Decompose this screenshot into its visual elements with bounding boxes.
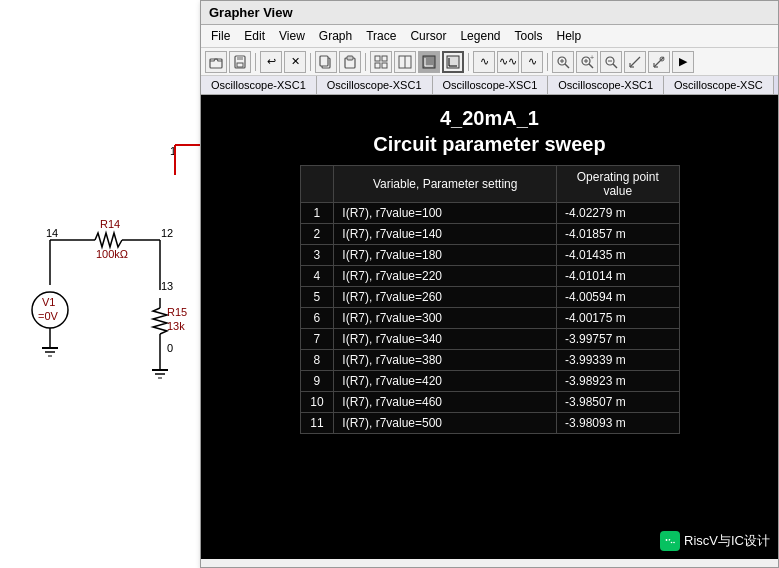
circuit-area: 1 14 R14 100kΩ 12 13 R15 13k 0 [0, 0, 205, 568]
window-title: Grapher View [209, 5, 293, 20]
toolbar-split-btn[interactable] [394, 51, 416, 73]
toolbar-chart-btn[interactable] [418, 51, 440, 73]
menu-cursor[interactable]: Cursor [404, 27, 452, 45]
row-num: 7 [300, 329, 334, 350]
row-num: 6 [300, 308, 334, 329]
toolbar-zoom-fit-btn[interactable] [552, 51, 574, 73]
svg-rect-22 [237, 63, 243, 67]
table-row: 1I(R7), r7value=100-4.02279 m [300, 203, 679, 224]
menu-trace[interactable]: Trace [360, 27, 402, 45]
menu-legend[interactable]: Legend [454, 27, 506, 45]
toolbar-delete-btn[interactable]: ✕ [284, 51, 306, 73]
toolbar-open-btn[interactable] [205, 51, 227, 73]
chart-title-line2: Circuit parameter sweep [373, 131, 605, 157]
toolbar-paste-btn[interactable] [339, 51, 361, 73]
watermark-text: RiscV与IC设计 [684, 532, 770, 550]
svg-point-59 [666, 539, 668, 541]
tab-3[interactable]: Oscilloscope-XSC1 [433, 76, 549, 94]
toolbar-play-btn[interactable]: ▶ [672, 51, 694, 73]
col-header-variable: Variable, Parameter setting [334, 166, 557, 203]
table-row: 7I(R7), r7value=340-3.99757 m [300, 329, 679, 350]
table-row: 2I(R7), r7value=140-4.01857 m [300, 224, 679, 245]
menu-bar: File Edit View Graph Trace Cursor Legend… [201, 25, 778, 48]
svg-rect-28 [382, 56, 387, 61]
tab-2[interactable]: Oscilloscope-XSC1 [317, 76, 433, 94]
tab-1[interactable]: Oscilloscope-XSC1 [201, 76, 317, 94]
toolbar-sine-btn[interactable]: ∿ [473, 51, 495, 73]
tab-4[interactable]: Oscilloscope-XSC1 [548, 76, 664, 94]
svg-line-51 [630, 57, 640, 67]
toolbar: ↩ ✕ ∿ ∿∿ ∿ + [201, 48, 778, 76]
svg-rect-24 [320, 56, 328, 66]
toolbar-zoom-in-btn[interactable]: + [576, 51, 598, 73]
toolbar-active-chart-btn[interactable] [442, 51, 464, 73]
r14-value: 100kΩ [96, 248, 128, 260]
menu-help[interactable]: Help [551, 27, 588, 45]
row-variable: I(R7), r7value=420 [334, 371, 557, 392]
toolbar-undo-btn[interactable]: ↩ [260, 51, 282, 73]
row-value: -4.01857 m [557, 224, 680, 245]
v1-label: V1 [42, 296, 55, 308]
r14-label: R14 [100, 218, 120, 230]
toolbar-sep-1 [255, 53, 256, 71]
row-variable: I(R7), r7value=100 [334, 203, 557, 224]
row-value: -3.98093 m [557, 413, 680, 434]
toolbar-save-btn[interactable] [229, 51, 251, 73]
toolbar-wave-btn[interactable]: ∿∿ [497, 51, 519, 73]
r15-value: 13k [167, 320, 185, 332]
menu-tools[interactable]: Tools [508, 27, 548, 45]
svg-rect-29 [375, 63, 380, 68]
row-variable: I(R7), r7value=220 [334, 266, 557, 287]
svg-text:+: + [590, 55, 594, 61]
row-value: -4.01014 m [557, 266, 680, 287]
row-value: -4.00175 m [557, 308, 680, 329]
svg-line-49 [613, 64, 617, 68]
watermark: RiscV与IC设计 [660, 531, 770, 551]
row-value: -3.98923 m [557, 371, 680, 392]
toolbar-measure-btn[interactable] [624, 51, 646, 73]
svg-line-44 [589, 64, 593, 68]
row-variable: I(R7), r7value=340 [334, 329, 557, 350]
chart-title-line1: 4_20mA_1 [373, 105, 605, 131]
toolbar-wave2-btn[interactable]: ∿ [521, 51, 543, 73]
toolbar-copy-btn[interactable] [315, 51, 337, 73]
menu-file[interactable]: File [205, 27, 236, 45]
grapher-window: Grapher View File Edit View Graph Trace … [200, 0, 779, 568]
svg-rect-26 [347, 56, 353, 60]
r15-label: R15 [167, 306, 187, 318]
row-num: 5 [300, 287, 334, 308]
svg-rect-19 [210, 59, 222, 68]
wechat-icon [660, 531, 680, 551]
row-value: -3.99757 m [557, 329, 680, 350]
menu-graph[interactable]: Graph [313, 27, 358, 45]
row-variable: I(R7), r7value=380 [334, 350, 557, 371]
row-variable: I(R7), r7value=500 [334, 413, 557, 434]
row-num: 3 [300, 245, 334, 266]
row-value: -4.02279 m [557, 203, 680, 224]
table-row: 3I(R7), r7value=180-4.01435 m [300, 245, 679, 266]
table-row: 10I(R7), r7value=460-3.98507 m [300, 392, 679, 413]
tab-5[interactable]: Oscilloscope-XSC [664, 76, 774, 94]
menu-view[interactable]: View [273, 27, 311, 45]
toolbar-zoom-out-btn[interactable] [600, 51, 622, 73]
svg-line-40 [565, 64, 569, 68]
row-num: 11 [300, 413, 334, 434]
r15-node0: 0 [167, 342, 173, 354]
toolbar-sep-4 [468, 53, 469, 71]
svg-rect-21 [237, 56, 243, 60]
svg-point-62 [671, 542, 673, 544]
row-variable: I(R7), r7value=180 [334, 245, 557, 266]
toolbar-grid-btn[interactable] [370, 51, 392, 73]
menu-edit[interactable]: Edit [238, 27, 271, 45]
table-row: 9I(R7), r7value=420-3.98923 m [300, 371, 679, 392]
row-value: -4.01435 m [557, 245, 680, 266]
data-table: Variable, Parameter setting Operating po… [300, 165, 680, 434]
row-num: 10 [300, 392, 334, 413]
node14-label: 14 [46, 227, 58, 239]
toolbar-cursor-btn[interactable] [648, 51, 670, 73]
node12-label: 12 [161, 227, 173, 239]
row-value: -4.00594 m [557, 287, 680, 308]
toolbar-sep-2 [310, 53, 311, 71]
svg-point-61 [669, 539, 677, 545]
table-row: 4I(R7), r7value=220-4.01014 m [300, 266, 679, 287]
